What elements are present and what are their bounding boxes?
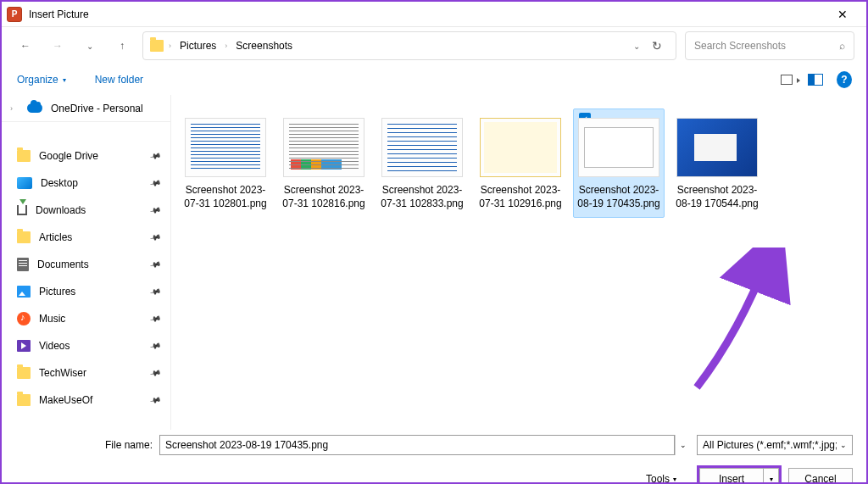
address-bar[interactable]: › Pictures › Screenshots ⌄ ↻ [142, 31, 676, 60]
video-icon [17, 340, 31, 352]
pin-icon: 📌 [149, 259, 162, 270]
main-pane: › OneDrive - Personal Google Drive📌Deskt… [2, 95, 866, 430]
navbar: ← → ⌄ ↑ › Pictures › Screenshots ⌄ ↻ Sea… [2, 27, 866, 64]
sidebar-item-onedrive[interactable]: › OneDrive - Personal [2, 95, 170, 122]
sidebar: › OneDrive - Personal Google Drive📌Deskt… [2, 95, 171, 430]
sidebar-item-articles[interactable]: Articles📌 [2, 224, 170, 251]
up-button[interactable]: ↑ [110, 34, 134, 58]
pin-icon: 📌 [149, 394, 162, 406]
file-name: Screenshot 2023-08-19 170435.png [577, 184, 660, 210]
toolbar: Organize ▾ New folder ? [2, 64, 866, 95]
file-item[interactable]: ✓Screenshot 2023-08-19 170435.png [573, 108, 665, 218]
titlebar: P Insert Picture ✕ [2, 2, 866, 27]
file-list[interactable]: ✓Screenshot 2023-07-31 102801.png✓Screen… [171, 95, 866, 430]
window-title: Insert Picture [29, 8, 823, 20]
organize-button[interactable]: Organize ▾ [15, 70, 68, 89]
sidebar-item-desktop[interactable]: Desktop📌 [2, 170, 170, 197]
sidebar-item-label: MakeUseOf [39, 394, 142, 406]
pin-icon: 📌 [149, 367, 162, 379]
breadcrumb-screenshots[interactable]: Screenshots [232, 38, 296, 53]
file-name: Screenshot 2023-08-19 170544.png [676, 184, 759, 210]
sidebar-item-documents[interactable]: Documents📌 [2, 251, 170, 278]
refresh-button[interactable]: ↻ [652, 39, 662, 53]
help-button[interactable]: ? [836, 71, 853, 88]
annotation-arrow [688, 248, 807, 392]
sidebar-item-techwiser[interactable]: TechWiser📌 [2, 359, 170, 387]
folder-icon [17, 150, 31, 162]
sidebar-item-google-drive[interactable]: Google Drive📌 [2, 142, 170, 170]
pin-icon: 📌 [149, 204, 162, 216]
file-item[interactable]: ✓Screenshot 2023-07-31 102916.png [475, 108, 566, 218]
filename-label: File name: [100, 439, 153, 451]
sidebar-item-pictures[interactable]: Pictures📌 [2, 278, 170, 305]
insert-button[interactable]: Insert [699, 468, 764, 484]
onedrive-icon [27, 103, 42, 113]
folder-icon [17, 367, 31, 379]
sidebar-item-label: Downloads [36, 204, 142, 216]
music-icon [17, 312, 31, 325]
filename-input[interactable] [159, 435, 675, 455]
sidebar-item-videos[interactable]: Videos📌 [2, 332, 170, 359]
thumbnail [578, 118, 659, 177]
folder-icon [17, 394, 31, 406]
file-item[interactable]: ✓Screenshot 2023-07-31 102816.png [278, 108, 370, 218]
recent-chevron[interactable]: ⌄ [78, 34, 102, 58]
docs-icon [17, 258, 29, 271]
pin-icon: 📌 [149, 150, 162, 162]
filetype-filter[interactable]: All Pictures (*.emf;*.wmf;*.jpg;*.j ⌄ [697, 435, 853, 455]
sidebar-item-music[interactable]: Music📌 [2, 305, 170, 332]
forward-button[interactable]: → [46, 34, 70, 58]
search-placeholder: Search Screenshots [694, 40, 839, 52]
thumbnail [381, 118, 463, 177]
back-button[interactable]: ← [14, 34, 37, 58]
sidebar-item-label: Music [39, 313, 142, 325]
breadcrumb-pictures[interactable]: Pictures [176, 38, 220, 53]
sidebar-item-label: Google Drive [39, 150, 142, 162]
file-name: Screenshot 2023-07-31 102801.png [184, 184, 267, 210]
file-name: Screenshot 2023-07-31 102816.png [282, 184, 365, 210]
chevron-down-icon: ▾ [673, 476, 676, 483]
sidebar-item-label: Pictures [39, 286, 142, 298]
thumbnail [676, 118, 758, 177]
pin-icon: 📌 [149, 177, 162, 189]
pin-icon: 📌 [149, 340, 162, 352]
new-folder-button[interactable]: New folder [93, 70, 145, 89]
thumbnail [480, 118, 561, 177]
powerpoint-icon: P [7, 7, 22, 22]
thumbnail [283, 118, 364, 177]
file-item[interactable]: ✓Screenshot 2023-08-19 170544.png [671, 108, 763, 218]
chevron-right-icon: › [10, 104, 19, 113]
sidebar-item-makeuseof[interactable]: MakeUseOf📌 [2, 387, 170, 414]
file-name: Screenshot 2023-07-31 102833.png [381, 184, 464, 210]
bottom-panel: File name: ⌄ All Pictures (*.emf;*.wmf;*… [2, 430, 866, 484]
sidebar-item-label: Articles [39, 231, 142, 243]
pin-icon: 📌 [149, 286, 162, 298]
tools-button[interactable]: Tools ▾ [646, 473, 676, 484]
cancel-button[interactable]: Cancel [788, 468, 853, 484]
downloads-icon [17, 205, 27, 215]
search-icon: ⌕ [839, 40, 845, 52]
filename-dropdown[interactable]: ⌄ [675, 435, 690, 455]
sidebar-item-label: Documents [37, 259, 142, 270]
view-button[interactable] [778, 71, 795, 88]
insert-dropdown[interactable]: ▾ [764, 468, 779, 484]
pics-icon [17, 286, 31, 298]
chevron-right-icon: › [225, 42, 227, 50]
search-box[interactable]: Search Screenshots ⌕ [685, 31, 854, 60]
close-button[interactable]: ✕ [823, 3, 861, 26]
preview-pane-button[interactable] [807, 71, 824, 88]
chevron-down-icon: ▾ [770, 476, 773, 483]
file-item[interactable]: ✓Screenshot 2023-07-31 102833.png [376, 108, 468, 218]
file-item[interactable]: ✓Screenshot 2023-07-31 102801.png [180, 108, 271, 218]
sidebar-item-downloads[interactable]: Downloads📌 [2, 197, 170, 224]
pin-icon: 📌 [149, 313, 162, 325]
chevron-down-icon: ▾ [63, 76, 66, 84]
pin-icon: 📌 [149, 231, 162, 243]
sidebar-item-label: Videos [39, 340, 142, 352]
chevron-right-icon: › [169, 42, 171, 50]
desktop-icon [17, 177, 32, 189]
thumbnail [185, 118, 266, 177]
chevron-down-icon[interactable]: ⌄ [633, 42, 640, 51]
folder-icon [150, 40, 164, 52]
chevron-down-icon: ⌄ [840, 441, 847, 449]
